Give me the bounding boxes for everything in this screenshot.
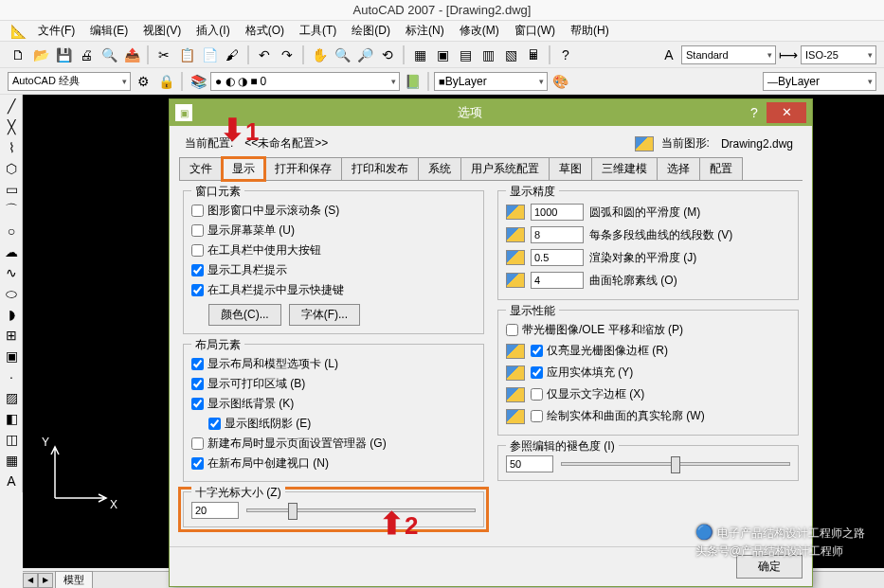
layer-combo[interactable]: ● ◐ ◑ ■ 0 (210, 72, 400, 91)
rect-icon[interactable]: ▭ (2, 180, 21, 199)
revcloud-icon[interactable]: ☁ (2, 242, 21, 261)
open-icon[interactable]: 📂 (30, 45, 51, 65)
linetype-combo[interactable]: — ByLayer (763, 72, 876, 91)
menu-window[interactable]: 窗口(W) (509, 21, 561, 41)
save-icon[interactable]: 💾 (53, 45, 74, 65)
menu-draw[interactable]: 绘图(D) (346, 21, 396, 41)
circle-icon[interactable]: ○ (2, 222, 21, 241)
workspace-settings-icon[interactable]: ⚙ (133, 71, 153, 92)
cut-icon[interactable]: ✂ (153, 45, 174, 65)
arc-smooth-input[interactable] (531, 204, 584, 221)
pline-segs-input[interactable] (531, 226, 584, 243)
slider-thumb[interactable] (671, 456, 680, 473)
tab-user[interactable]: 用户系统配置 (460, 157, 550, 180)
preview-icon[interactable]: 🔍 (99, 45, 119, 65)
table-icon[interactable]: ▦ (2, 451, 21, 470)
surface-contour-input[interactable] (531, 272, 584, 289)
tab-3d[interactable]: 三维建模 (591, 157, 658, 180)
chk-screen-menu[interactable]: 显示屏幕菜单 (U) (191, 221, 476, 241)
dim-style-combo[interactable]: ISO-25 (801, 45, 876, 64)
chk-shortcut-tips[interactable]: 在工具栏提示中显示快捷键 (191, 280, 476, 300)
menu-insert[interactable]: 插入(I) (190, 21, 235, 41)
line-icon[interactable]: ╱ (2, 97, 21, 116)
ellipse-icon[interactable]: ⬭ (2, 284, 21, 303)
text-style-combo[interactable]: Standard (681, 45, 776, 64)
tab-plot[interactable]: 打印和发布 (341, 157, 419, 180)
chk-raster-pan[interactable]: 带光栅图像/OLE 平移和缩放 (P) (506, 320, 790, 340)
colors-button[interactable]: 颜色(C)... (208, 304, 281, 326)
tab-display[interactable]: 显示 (222, 157, 265, 181)
zoom-prev-icon[interactable]: ⟲ (377, 45, 398, 65)
menu-dim[interactable]: 标注(N) (400, 21, 450, 41)
markup-icon[interactable]: ▧ (500, 45, 521, 65)
chk-layout-tabs[interactable]: 显示布局和模型选项卡 (L) (191, 354, 476, 374)
chk-printable-area[interactable]: 显示可打印区域 (B) (191, 374, 476, 394)
chk-scrollbars[interactable]: 图形窗口中显示滚动条 (S) (191, 201, 476, 221)
dcenter-icon[interactable]: ▣ (432, 45, 453, 65)
render-smooth-input[interactable] (531, 249, 584, 266)
tab-profiles[interactable]: 配置 (699, 157, 743, 180)
match-icon[interactable]: 🖌 (222, 45, 243, 65)
hatch-icon[interactable]: ▨ (2, 388, 21, 407)
spline-icon[interactable]: ∿ (2, 263, 21, 282)
dim-style-icon[interactable]: ⟼ (778, 45, 799, 65)
menu-format[interactable]: 格式(O) (240, 21, 290, 41)
sheet-icon[interactable]: ▥ (478, 45, 498, 65)
model-tab[interactable]: 模型 (55, 571, 93, 588)
tab-select[interactable]: 选择 (657, 157, 700, 180)
chk-tooltips[interactable]: 显示工具栏提示 (191, 260, 476, 280)
chk-solid-fill[interactable]: 应用实体填充 (Y) (531, 365, 633, 381)
lock-ui-icon[interactable]: 🔒 (155, 71, 176, 92)
workspace-combo[interactable]: AutoCAD 经典 (8, 72, 131, 91)
tab-open-save[interactable]: 打开和保存 (264, 157, 342, 180)
publish-icon[interactable]: 📤 (121, 45, 142, 65)
paste-icon[interactable]: 📄 (199, 45, 220, 65)
chk-true-silhouette[interactable]: 绘制实体和曲面的真实轮廓 (W) (531, 408, 705, 424)
layer-props-icon[interactable]: 📚 (188, 71, 208, 92)
tab-files[interactable]: 文件 (179, 157, 223, 180)
color-icon[interactable]: 🎨 (550, 71, 570, 92)
text-style-icon[interactable]: A (658, 45, 679, 65)
crosshair-slider[interactable] (246, 508, 476, 512)
ellipse-arc-icon[interactable]: ◗ (2, 305, 21, 324)
mtext-icon[interactable]: A (2, 472, 21, 490)
arc-icon[interactable]: ⌒ (2, 201, 21, 220)
zoom-rt-icon[interactable]: 🔍 (332, 45, 352, 65)
help-icon[interactable]: ? (555, 45, 576, 65)
chk-large-buttons[interactable]: 在工具栏中使用大按钮 (191, 241, 476, 260)
xline-icon[interactable]: ╳ (2, 117, 21, 136)
layer-prev-icon[interactable]: 📗 (402, 71, 423, 92)
dialog-help-button[interactable]: ? (742, 105, 767, 120)
ref-fade-input[interactable] (506, 455, 553, 472)
scroll-right-icon[interactable]: ▶ (38, 573, 53, 588)
chk-page-setup-mgr[interactable]: 新建布局时显示页面设置管理器 (G) (191, 434, 476, 454)
polygon-icon[interactable]: ⬡ (2, 159, 21, 178)
block-icon[interactable]: ▣ (2, 347, 21, 365)
fonts-button[interactable]: 字体(F)... (289, 304, 360, 326)
pline-icon[interactable]: ⌇ (2, 138, 21, 157)
menu-edit[interactable]: 编辑(E) (84, 21, 134, 41)
scroll-left-icon[interactable]: ◀ (23, 573, 38, 588)
slider-thumb[interactable] (288, 503, 298, 520)
zoom-win-icon[interactable]: 🔎 (354, 45, 375, 65)
menu-modify[interactable]: 修改(M) (454, 21, 505, 41)
props-icon[interactable]: ▦ (409, 45, 430, 65)
copy-icon[interactable]: 📋 (176, 45, 197, 65)
gradient-icon[interactable]: ◧ (2, 409, 21, 428)
point-icon[interactable]: · (2, 367, 21, 386)
calc-icon[interactable]: 🖩 (523, 45, 544, 65)
ref-fade-slider[interactable] (561, 462, 790, 466)
chk-create-viewport[interactable]: 在新布局中创建视口 (N) (191, 454, 476, 473)
pan-icon[interactable]: ✋ (309, 45, 330, 65)
crosshair-size-input[interactable] (191, 502, 239, 519)
menu-file[interactable]: 文件(F) (32, 21, 81, 41)
tab-system[interactable]: 系统 (418, 157, 461, 180)
undo-icon[interactable]: ↶ (254, 45, 275, 65)
chk-paper-bg[interactable]: 显示图纸背景 (K) (191, 394, 476, 414)
insert-icon[interactable]: ⊞ (2, 326, 21, 345)
chk-text-frame[interactable]: 仅显示文字边框 (X) (531, 386, 644, 402)
redo-icon[interactable]: ↷ (277, 45, 298, 65)
new-icon[interactable]: 🗋 (8, 45, 28, 65)
menu-help[interactable]: 帮助(H) (565, 21, 615, 41)
tab-draft[interactable]: 草图 (549, 157, 592, 180)
